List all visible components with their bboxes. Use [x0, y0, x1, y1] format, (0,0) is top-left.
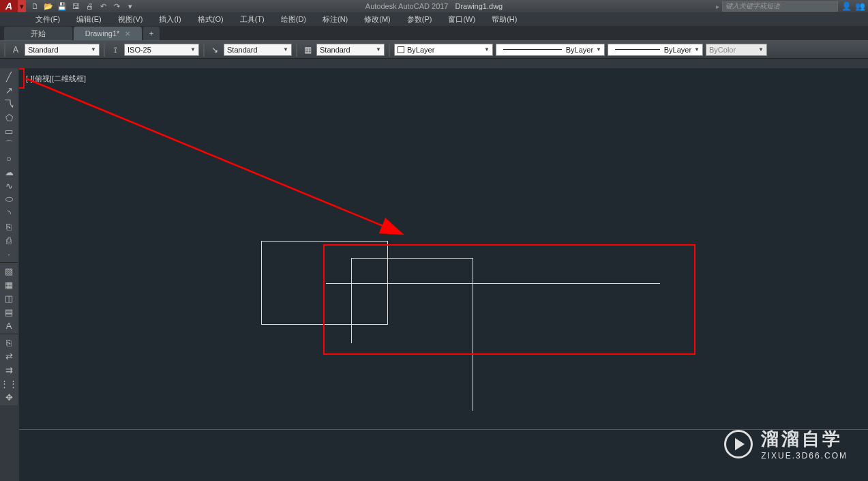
viewport-label[interactable]: [-][俯视][二维线框]: [26, 74, 86, 84]
polyline-tool-icon[interactable]: ⺄: [1, 97, 17, 111]
dimstyle-combo[interactable]: ISO-25▼: [124, 44, 199, 56]
textstyle-value: Standard: [28, 46, 59, 54]
menu-help[interactable]: 帮助(H): [483, 13, 525, 26]
tab-new[interactable]: +: [143, 27, 160, 40]
separator: [0, 334, 18, 334]
menu-window[interactable]: 窗口(W): [440, 13, 483, 26]
linetype-preview: [503, 49, 562, 50]
annotation-tool-highlight: [19, 68, 25, 89]
menu-file[interactable]: 文件(F): [27, 13, 68, 26]
drawing-canvas[interactable]: [-][俯视][二维线框] 溜溜自学 ZIXUE.3D66.COM: [19, 68, 868, 481]
watermark: 溜溜自学 ZIXUE.3D66.COM: [724, 427, 848, 461]
hatch-tool-icon[interactable]: ▨: [1, 264, 17, 278]
separator: [4, 43, 5, 57]
quick-access-toolbar: 🗋 📂 💾 🖫 🖨 ↶ ↷ ▾: [29, 1, 136, 12]
modify-array-icon[interactable]: ⋮⋮: [1, 377, 17, 390]
chevron-down-icon: ▼: [694, 46, 700, 53]
tab-drawing-label: Drawing1*: [85, 29, 120, 38]
mleaderstyle-combo[interactable]: Standard▼: [224, 44, 292, 56]
color-value-wrap: ByLayer: [398, 46, 434, 54]
table-tool-icon[interactable]: ▤: [1, 305, 17, 319]
rectangle-tool-icon[interactable]: ▭: [1, 124, 17, 138]
linetype-value: ByLayer: [566, 46, 593, 54]
close-icon[interactable]: ✕: [125, 30, 130, 38]
saveas-icon[interactable]: 🖫: [70, 1, 82, 12]
tablestyle-combo[interactable]: Standard▼: [316, 44, 385, 56]
menu-insert[interactable]: 插入(I): [151, 13, 189, 26]
tablestyle-icon[interactable]: ▦: [301, 44, 314, 56]
lineweight-value: ByLayer: [664, 46, 691, 54]
plot-icon[interactable]: 🖨: [83, 1, 95, 12]
modify-offset-icon[interactable]: ⇉: [1, 363, 17, 377]
open-icon[interactable]: 📂: [42, 1, 55, 12]
line-tool-icon[interactable]: ╱: [1, 70, 17, 83]
color-combo[interactable]: ByLayer▼: [394, 44, 493, 56]
save-icon[interactable]: 💾: [56, 1, 68, 12]
modify-copy-icon[interactable]: ⎘: [1, 336, 17, 349]
annotation-main-highlight: [323, 244, 695, 355]
menu-parametric[interactable]: 参数(P): [399, 13, 440, 26]
separator: [296, 43, 297, 57]
ellipse-arc-tool-icon[interactable]: ◝: [1, 206, 17, 220]
mleaderstyle-value: Standard: [227, 46, 258, 54]
qat-more-icon[interactable]: ▾: [124, 1, 136, 12]
new-icon[interactable]: 🗋: [29, 1, 41, 12]
separator: [104, 43, 105, 57]
color-swatch: [398, 46, 404, 53]
arc-tool-icon[interactable]: ⌒: [1, 138, 17, 151]
signin-icon[interactable]: 👤: [841, 1, 852, 12]
separator: [389, 43, 390, 57]
color-value: ByLayer: [407, 46, 434, 54]
circle-tool-icon[interactable]: ○: [1, 151, 17, 165]
linetype-combo[interactable]: ByLayer▼: [496, 44, 605, 56]
infocenter-search[interactable]: 键入关键字或短语: [722, 1, 838, 12]
chevron-down-icon: ▼: [596, 46, 601, 53]
tab-drawing1[interactable]: Drawing1* ✕: [74, 27, 142, 40]
menu-dimension[interactable]: 标注(N): [314, 13, 356, 26]
plus-icon: +: [149, 29, 153, 38]
textstyle-icon[interactable]: A: [10, 44, 22, 56]
watermark-cn: 溜溜自学: [761, 427, 848, 451]
modify-move-icon[interactable]: ✥: [1, 390, 17, 404]
tab-start[interactable]: 开始: [4, 27, 72, 40]
menu-tools[interactable]: 工具(T): [232, 13, 273, 26]
watermark-text: 溜溜自学 ZIXUE.3D66.COM: [761, 427, 848, 461]
title-bar: A ▾ 🗋 📂 💾 🖫 🖨 ↶ ↷ ▾ Autodesk AutoCAD 201…: [0, 0, 868, 12]
make-block-icon[interactable]: ⎙: [1, 233, 17, 247]
redo-icon[interactable]: ↷: [110, 1, 123, 12]
construction-line-icon[interactable]: ↗: [1, 83, 17, 97]
style-toolbar: A Standard▼ ⟟ ISO-25▼ ↘ Standard▼ ▦ Stan…: [0, 41, 868, 59]
mtext-tool-icon[interactable]: A: [1, 319, 17, 332]
tab-start-label: 开始: [31, 29, 46, 39]
chevron-down-icon: ▼: [758, 46, 764, 53]
region-tool-icon[interactable]: ◫: [1, 291, 17, 305]
insert-block-icon[interactable]: ⎘: [1, 220, 17, 233]
menu-view[interactable]: 视图(V): [110, 13, 151, 26]
app-logo[interactable]: A: [0, 0, 18, 12]
exchange-icon[interactable]: 👥: [854, 1, 865, 12]
menu-format[interactable]: 格式(O): [190, 13, 232, 26]
watermark-en: ZIXUE.3D66.COM: [761, 451, 848, 461]
svg-line-1: [26, 78, 401, 233]
polygon-tool-icon[interactable]: ⬠: [1, 111, 17, 124]
chevron-down-icon: ▼: [484, 46, 490, 53]
point-tool-icon[interactable]: ·: [1, 247, 17, 261]
gradient-tool-icon[interactable]: ▦: [1, 278, 17, 291]
mleaderstyle-icon[interactable]: ↘: [209, 44, 221, 56]
lineweight-combo[interactable]: ByLayer▼: [608, 44, 703, 56]
revcloud-tool-icon[interactable]: ☁: [1, 165, 17, 179]
menu-edit[interactable]: 编辑(E): [68, 13, 110, 26]
menu-draw[interactable]: 绘图(D): [273, 13, 314, 26]
dimstyle-icon[interactable]: ⟟: [109, 44, 121, 56]
undo-icon[interactable]: ↶: [97, 1, 109, 12]
plotstyle-value: ByColor: [709, 46, 736, 54]
spline-tool-icon[interactable]: ∿: [1, 179, 17, 192]
ellipse-tool-icon[interactable]: ⬭: [1, 192, 17, 206]
textstyle-combo[interactable]: Standard▼: [25, 44, 100, 56]
document-name: Drawing1.dwg: [455, 2, 503, 10]
menu-modify[interactable]: 修改(M): [356, 13, 399, 26]
dimstyle-value: ISO-25: [128, 46, 151, 54]
app-menu-dropdown[interactable]: ▾: [18, 0, 26, 12]
plotstyle-combo[interactable]: ByColor▼: [706, 44, 767, 56]
modify-mirror-icon[interactable]: ⇄: [1, 349, 17, 363]
